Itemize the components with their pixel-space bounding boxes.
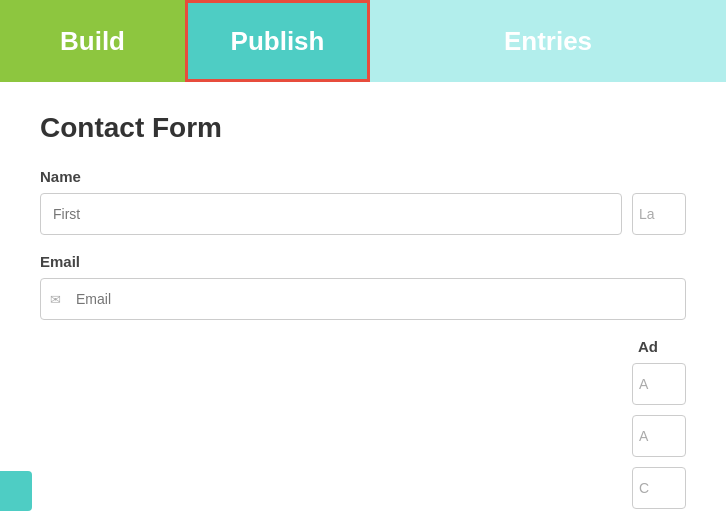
address-field-group: Ad A A C [40,338,686,509]
name-first-input[interactable] [40,193,622,235]
sidebar-hint [0,471,32,511]
email-input[interactable] [40,278,686,320]
tab-build-label: Build [60,26,125,57]
tab-build[interactable]: Build [0,0,185,82]
address-row-1: A [40,363,686,405]
name-last-input-stub[interactable]: La [632,193,686,235]
address-label-text: Ad [638,338,658,355]
email-field-row: ✉ [40,278,686,320]
email-field-group: Email ✉ [40,253,686,320]
name-field-row: La [40,193,686,235]
form-title: Contact Form [40,112,686,144]
address-row-3: C [40,467,686,509]
email-label: Email [40,253,686,270]
main-content: Contact Form Name La Email ✉ Ad [0,82,726,511]
tab-bar: Build Publish Entries [0,0,726,82]
address-label-row: Ad [40,338,686,363]
name-last-stub-text: La [639,206,655,222]
address-input-1[interactable]: A [632,363,686,405]
name-field-group: Name La [40,168,686,235]
address-row-2: A [40,415,686,457]
email-input-wrapper: ✉ [40,278,686,320]
address-input-3[interactable]: C [632,467,686,509]
tab-publish[interactable]: Publish [185,0,370,82]
address-input-2[interactable]: A [632,415,686,457]
tab-entries[interactable]: Entries [370,0,726,82]
address-label-stub: Ad [632,338,686,363]
name-label: Name [40,168,686,185]
tab-publish-label: Publish [231,26,325,57]
tab-entries-label: Entries [504,26,592,57]
